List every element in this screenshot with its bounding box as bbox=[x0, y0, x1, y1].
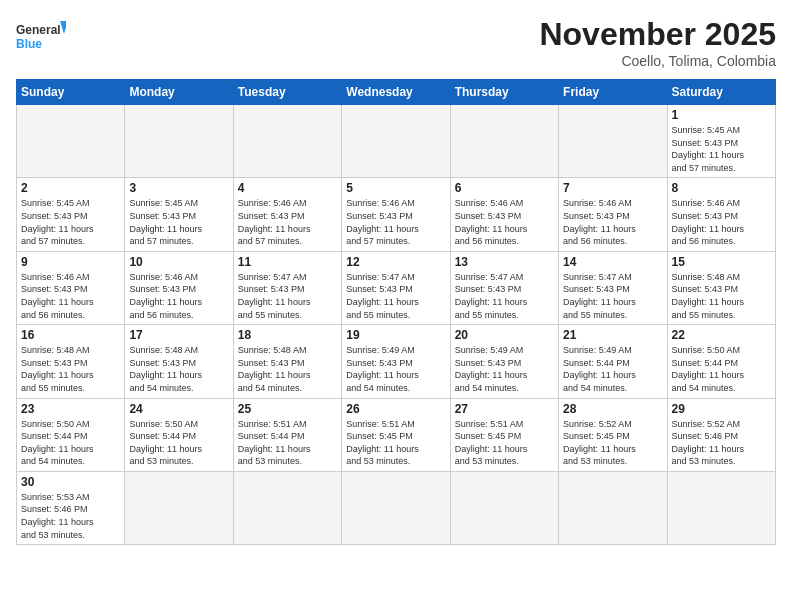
day-info: Sunrise: 5:48 AM Sunset: 5:43 PM Dayligh… bbox=[129, 344, 228, 394]
calendar-cell: 26Sunrise: 5:51 AM Sunset: 5:45 PM Dayli… bbox=[342, 398, 450, 471]
day-info: Sunrise: 5:50 AM Sunset: 5:44 PM Dayligh… bbox=[672, 344, 771, 394]
calendar-cell bbox=[342, 471, 450, 544]
svg-text:Blue: Blue bbox=[16, 37, 42, 51]
day-info: Sunrise: 5:46 AM Sunset: 5:43 PM Dayligh… bbox=[129, 271, 228, 321]
day-info: Sunrise: 5:50 AM Sunset: 5:44 PM Dayligh… bbox=[21, 418, 120, 468]
calendar-cell bbox=[667, 471, 775, 544]
calendar-cell bbox=[450, 471, 558, 544]
day-info: Sunrise: 5:46 AM Sunset: 5:43 PM Dayligh… bbox=[455, 197, 554, 247]
day-number: 15 bbox=[672, 255, 771, 269]
day-number: 7 bbox=[563, 181, 662, 195]
calendar-cell: 4Sunrise: 5:46 AM Sunset: 5:43 PM Daylig… bbox=[233, 178, 341, 251]
day-info: Sunrise: 5:47 AM Sunset: 5:43 PM Dayligh… bbox=[563, 271, 662, 321]
day-number: 17 bbox=[129, 328, 228, 342]
calendar-cell bbox=[559, 105, 667, 178]
day-info: Sunrise: 5:45 AM Sunset: 5:43 PM Dayligh… bbox=[129, 197, 228, 247]
day-number: 5 bbox=[346, 181, 445, 195]
calendar-cell bbox=[342, 105, 450, 178]
day-number: 27 bbox=[455, 402, 554, 416]
calendar-cell: 9Sunrise: 5:46 AM Sunset: 5:43 PM Daylig… bbox=[17, 251, 125, 324]
calendar-week-row: 2Sunrise: 5:45 AM Sunset: 5:43 PM Daylig… bbox=[17, 178, 776, 251]
day-number: 24 bbox=[129, 402, 228, 416]
calendar-cell bbox=[233, 471, 341, 544]
day-info: Sunrise: 5:50 AM Sunset: 5:44 PM Dayligh… bbox=[129, 418, 228, 468]
calendar-table: SundayMondayTuesdayWednesdayThursdayFrid… bbox=[16, 79, 776, 545]
weekday-header: Friday bbox=[559, 80, 667, 105]
day-info: Sunrise: 5:45 AM Sunset: 5:43 PM Dayligh… bbox=[672, 124, 771, 174]
day-info: Sunrise: 5:48 AM Sunset: 5:43 PM Dayligh… bbox=[238, 344, 337, 394]
calendar-cell: 17Sunrise: 5:48 AM Sunset: 5:43 PM Dayli… bbox=[125, 325, 233, 398]
calendar-cell: 18Sunrise: 5:48 AM Sunset: 5:43 PM Dayli… bbox=[233, 325, 341, 398]
day-number: 1 bbox=[672, 108, 771, 122]
calendar-cell: 2Sunrise: 5:45 AM Sunset: 5:43 PM Daylig… bbox=[17, 178, 125, 251]
calendar-cell: 6Sunrise: 5:46 AM Sunset: 5:43 PM Daylig… bbox=[450, 178, 558, 251]
svg-text:General: General bbox=[16, 23, 61, 37]
day-number: 23 bbox=[21, 402, 120, 416]
day-info: Sunrise: 5:47 AM Sunset: 5:43 PM Dayligh… bbox=[238, 271, 337, 321]
day-info: Sunrise: 5:52 AM Sunset: 5:46 PM Dayligh… bbox=[672, 418, 771, 468]
day-number: 19 bbox=[346, 328, 445, 342]
calendar-cell: 20Sunrise: 5:49 AM Sunset: 5:43 PM Dayli… bbox=[450, 325, 558, 398]
day-info: Sunrise: 5:49 AM Sunset: 5:43 PM Dayligh… bbox=[455, 344, 554, 394]
day-number: 8 bbox=[672, 181, 771, 195]
day-number: 21 bbox=[563, 328, 662, 342]
day-number: 28 bbox=[563, 402, 662, 416]
day-info: Sunrise: 5:46 AM Sunset: 5:43 PM Dayligh… bbox=[21, 271, 120, 321]
calendar-week-row: 16Sunrise: 5:48 AM Sunset: 5:43 PM Dayli… bbox=[17, 325, 776, 398]
day-number: 9 bbox=[21, 255, 120, 269]
calendar-cell bbox=[17, 105, 125, 178]
day-info: Sunrise: 5:51 AM Sunset: 5:44 PM Dayligh… bbox=[238, 418, 337, 468]
day-number: 25 bbox=[238, 402, 337, 416]
calendar-cell: 19Sunrise: 5:49 AM Sunset: 5:43 PM Dayli… bbox=[342, 325, 450, 398]
day-info: Sunrise: 5:46 AM Sunset: 5:43 PM Dayligh… bbox=[672, 197, 771, 247]
day-number: 18 bbox=[238, 328, 337, 342]
calendar-cell: 12Sunrise: 5:47 AM Sunset: 5:43 PM Dayli… bbox=[342, 251, 450, 324]
calendar-cell bbox=[125, 471, 233, 544]
calendar-cell: 30Sunrise: 5:53 AM Sunset: 5:46 PM Dayli… bbox=[17, 471, 125, 544]
calendar-cell: 16Sunrise: 5:48 AM Sunset: 5:43 PM Dayli… bbox=[17, 325, 125, 398]
calendar-cell: 29Sunrise: 5:52 AM Sunset: 5:46 PM Dayli… bbox=[667, 398, 775, 471]
calendar-week-row: 9Sunrise: 5:46 AM Sunset: 5:43 PM Daylig… bbox=[17, 251, 776, 324]
calendar-header-row: SundayMondayTuesdayWednesdayThursdayFrid… bbox=[17, 80, 776, 105]
title-block: November 2025 Coello, Tolima, Colombia bbox=[539, 16, 776, 69]
calendar-cell: 23Sunrise: 5:50 AM Sunset: 5:44 PM Dayli… bbox=[17, 398, 125, 471]
day-info: Sunrise: 5:46 AM Sunset: 5:43 PM Dayligh… bbox=[346, 197, 445, 247]
day-number: 29 bbox=[672, 402, 771, 416]
logo: General Blue bbox=[16, 16, 66, 56]
day-number: 16 bbox=[21, 328, 120, 342]
calendar-cell: 27Sunrise: 5:51 AM Sunset: 5:45 PM Dayli… bbox=[450, 398, 558, 471]
calendar-cell: 7Sunrise: 5:46 AM Sunset: 5:43 PM Daylig… bbox=[559, 178, 667, 251]
day-info: Sunrise: 5:45 AM Sunset: 5:43 PM Dayligh… bbox=[21, 197, 120, 247]
calendar-cell bbox=[559, 471, 667, 544]
calendar-cell: 8Sunrise: 5:46 AM Sunset: 5:43 PM Daylig… bbox=[667, 178, 775, 251]
day-number: 4 bbox=[238, 181, 337, 195]
weekday-header: Saturday bbox=[667, 80, 775, 105]
month-title: November 2025 bbox=[539, 16, 776, 53]
logo-svg: General Blue bbox=[16, 16, 66, 56]
day-info: Sunrise: 5:48 AM Sunset: 5:43 PM Dayligh… bbox=[672, 271, 771, 321]
day-info: Sunrise: 5:46 AM Sunset: 5:43 PM Dayligh… bbox=[563, 197, 662, 247]
day-info: Sunrise: 5:51 AM Sunset: 5:45 PM Dayligh… bbox=[455, 418, 554, 468]
calendar-cell: 28Sunrise: 5:52 AM Sunset: 5:45 PM Dayli… bbox=[559, 398, 667, 471]
weekday-header: Thursday bbox=[450, 80, 558, 105]
calendar-cell: 15Sunrise: 5:48 AM Sunset: 5:43 PM Dayli… bbox=[667, 251, 775, 324]
day-info: Sunrise: 5:47 AM Sunset: 5:43 PM Dayligh… bbox=[346, 271, 445, 321]
calendar-cell bbox=[125, 105, 233, 178]
day-number: 20 bbox=[455, 328, 554, 342]
day-info: Sunrise: 5:49 AM Sunset: 5:43 PM Dayligh… bbox=[346, 344, 445, 394]
calendar-week-row: 23Sunrise: 5:50 AM Sunset: 5:44 PM Dayli… bbox=[17, 398, 776, 471]
calendar-week-row: 30Sunrise: 5:53 AM Sunset: 5:46 PM Dayli… bbox=[17, 471, 776, 544]
calendar-cell: 22Sunrise: 5:50 AM Sunset: 5:44 PM Dayli… bbox=[667, 325, 775, 398]
calendar-cell bbox=[450, 105, 558, 178]
day-number: 14 bbox=[563, 255, 662, 269]
day-info: Sunrise: 5:51 AM Sunset: 5:45 PM Dayligh… bbox=[346, 418, 445, 468]
day-number: 13 bbox=[455, 255, 554, 269]
day-info: Sunrise: 5:47 AM Sunset: 5:43 PM Dayligh… bbox=[455, 271, 554, 321]
day-number: 6 bbox=[455, 181, 554, 195]
day-number: 2 bbox=[21, 181, 120, 195]
calendar-week-row: 1Sunrise: 5:45 AM Sunset: 5:43 PM Daylig… bbox=[17, 105, 776, 178]
day-info: Sunrise: 5:49 AM Sunset: 5:44 PM Dayligh… bbox=[563, 344, 662, 394]
weekday-header: Wednesday bbox=[342, 80, 450, 105]
day-number: 10 bbox=[129, 255, 228, 269]
day-number: 12 bbox=[346, 255, 445, 269]
